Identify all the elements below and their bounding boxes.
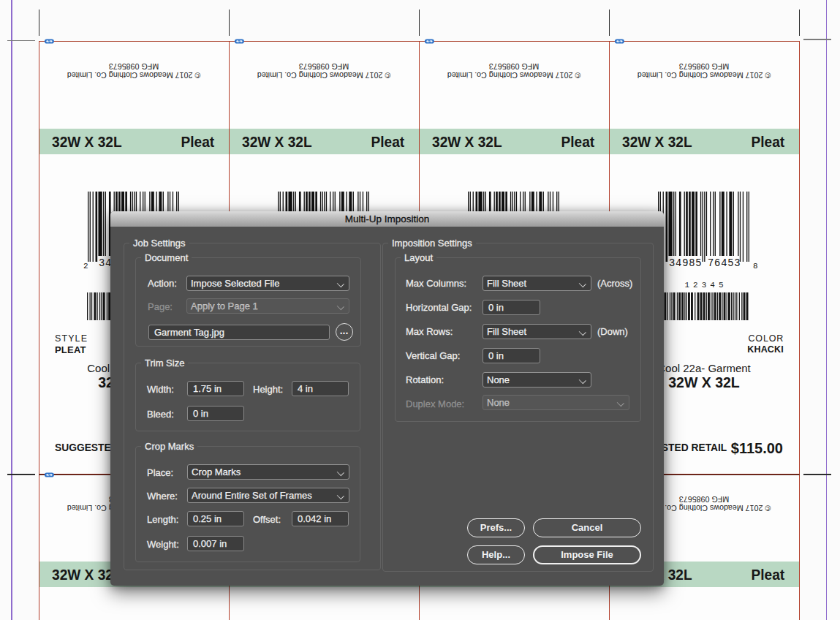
svg-text:2: 2 (83, 262, 88, 270)
svg-text:76453: 76453 (708, 258, 741, 269)
svg-text:34985: 34985 (669, 258, 702, 269)
svg-text:8: 8 (753, 262, 758, 270)
